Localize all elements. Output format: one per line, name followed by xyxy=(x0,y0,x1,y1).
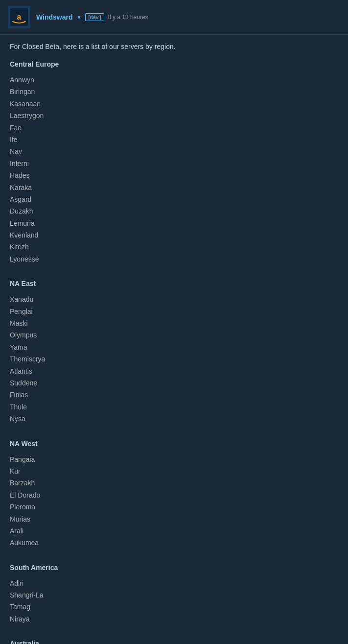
post-timestamp: Il y a 13 heures xyxy=(108,14,148,21)
list-item: Lyonesse xyxy=(10,253,338,265)
avatar: a xyxy=(8,6,30,28)
post-author-info: Windsward ▼ [dév.] Il y a 13 heures xyxy=(36,13,148,21)
list-item: Adiri xyxy=(10,577,338,589)
author-username[interactable]: Windsward xyxy=(36,13,73,21)
list-item: Nysa xyxy=(10,413,338,425)
dev-badge: [dév.] xyxy=(85,13,104,21)
list-item: Shangri-La xyxy=(10,589,338,601)
list-item: Olympus xyxy=(10,329,338,341)
list-item: Duzakh xyxy=(10,205,338,217)
server-list-0: AnnwynBiringanKasanaanLaestrygonFaeIfeNa… xyxy=(10,74,338,265)
region-section-1: NA EastXanaduPenglaiMaskiOlympusYamaThem… xyxy=(10,280,338,425)
list-item: Asgard xyxy=(10,193,338,205)
list-item: Annwyn xyxy=(10,74,338,86)
region-section-2: NA WestPangaiaKurBarzakhEl DoradoPleroma… xyxy=(10,440,338,549)
list-item: Kur xyxy=(10,465,338,477)
svg-text:a: a xyxy=(17,13,22,21)
list-item: Arali xyxy=(10,525,338,537)
list-item: Niraya xyxy=(10,613,338,625)
list-item: Themiscrya xyxy=(10,353,338,365)
region-section-4: AustraliaSamavasarana xyxy=(10,640,338,644)
list-item: Fae xyxy=(10,122,338,134)
region-title-0: Central Europe xyxy=(10,60,338,68)
list-item: Nav xyxy=(10,145,338,157)
list-item: Naraka xyxy=(10,182,338,193)
list-item: Lemuria xyxy=(10,217,338,229)
regions-container: Central EuropeAnnwynBiringanKasanaanLaes… xyxy=(10,60,338,644)
list-item: Kvenland xyxy=(10,229,338,241)
list-item: Finias xyxy=(10,389,338,401)
list-item: Kitezh xyxy=(10,241,338,253)
region-title-2: NA West xyxy=(10,440,338,448)
list-item: Inferni xyxy=(10,158,338,169)
server-list-1: XanaduPenglaiMaskiOlympusYamaThemiscryaA… xyxy=(10,293,338,425)
list-item: Maski xyxy=(10,317,338,329)
list-item: Yama xyxy=(10,341,338,353)
list-item: Thule xyxy=(10,401,338,413)
list-item: Kasanaan xyxy=(10,98,338,110)
server-list-3: AdiriShangri-LaTamagNiraya xyxy=(10,577,338,625)
list-item: Penglai xyxy=(10,306,338,317)
list-item: Ife xyxy=(10,134,338,145)
region-section-0: Central EuropeAnnwynBiringanKasanaanLaes… xyxy=(10,60,338,265)
list-item: El Dorado xyxy=(10,489,338,501)
list-item: Aukumea xyxy=(10,537,338,549)
post-header: a Windsward ▼ [dév.] Il y a 13 heures xyxy=(0,0,348,35)
server-list-2: PangaiaKurBarzakhEl DoradoPleromaMuriasA… xyxy=(10,453,338,549)
region-section-3: South AmericaAdiriShangri-LaTamagNiraya xyxy=(10,564,338,625)
dropdown-arrow-icon[interactable]: ▼ xyxy=(77,15,82,20)
list-item: Barzakh xyxy=(10,477,338,489)
region-title-3: South America xyxy=(10,564,338,572)
list-item: Pangaia xyxy=(10,453,338,465)
list-item: Tamag xyxy=(10,601,338,613)
list-item: Murias xyxy=(10,513,338,525)
page-container: a Windsward ▼ [dév.] Il y a 13 heures Fo… xyxy=(0,0,348,644)
list-item: Xanadu xyxy=(10,293,338,305)
post-content: For Closed Beta, here is a list of our s… xyxy=(0,35,348,644)
list-item: Pleroma xyxy=(10,501,338,513)
list-item: Biringan xyxy=(10,86,338,97)
intro-paragraph: For Closed Beta, here is a list of our s… xyxy=(10,43,338,50)
list-item: Laestrygon xyxy=(10,110,338,121)
author-row: Windsward ▼ [dév.] Il y a 13 heures xyxy=(36,13,148,21)
region-title-1: NA East xyxy=(10,280,338,287)
region-title-4: Australia xyxy=(10,640,338,644)
list-item: Suddene xyxy=(10,377,338,389)
list-item: Atlantis xyxy=(10,365,338,377)
list-item: Hades xyxy=(10,169,338,181)
